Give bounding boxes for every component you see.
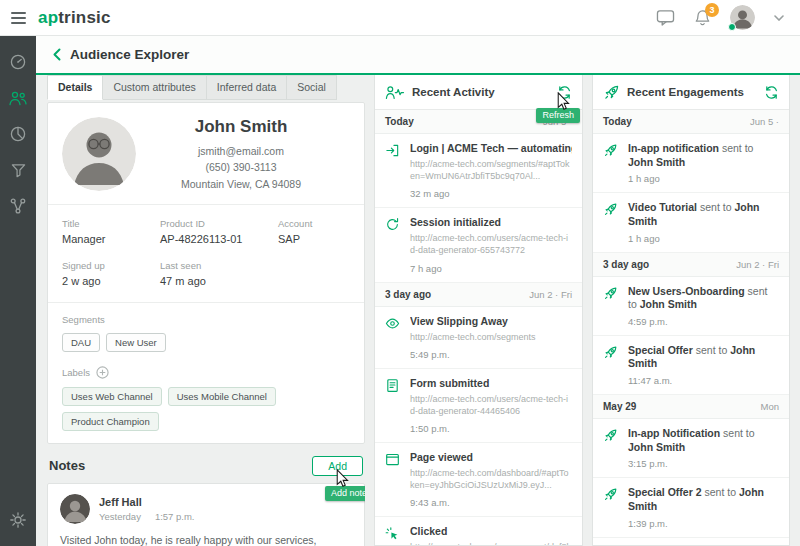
sent-to-label: sent to	[704, 486, 736, 498]
rocket-icon	[603, 486, 620, 528]
sidebar-item-flows-icon[interactable]	[0, 188, 36, 224]
notes-header: Notes Add Add note	[49, 456, 363, 476]
activity-time: 5:49 p.m.	[410, 349, 572, 360]
engagement-recipient: John Smith	[628, 441, 685, 453]
details-tabs: Details Custom attributes Inferred data …	[47, 75, 365, 100]
menu-icon[interactable]	[0, 0, 36, 36]
chat-icon[interactable]	[656, 9, 675, 26]
activity-url: http://acme-tech.com/users/acme-tech-id-…	[410, 393, 572, 417]
notifications-bell-icon[interactable]: 3	[694, 9, 711, 27]
note-timestamp: 1:57 p.m.	[155, 511, 195, 522]
profile-location: Mountain View, CA 94089	[136, 176, 346, 192]
segment-chip: DAU	[62, 333, 100, 352]
sent-to-label: sent to	[723, 427, 755, 439]
label-chip: Uses Web Channel	[62, 387, 162, 406]
engagement-time: 1 h ago	[628, 233, 779, 244]
rocket-icon	[603, 84, 620, 101]
click-icon	[385, 525, 402, 545]
activity-item: Clicked http://acme-tech.com/engagement/…	[375, 517, 582, 545]
sidebar-item-dashboard-icon[interactable]	[0, 44, 36, 80]
sidebar-item-settings-icon[interactable]	[0, 502, 36, 538]
chevron-down-icon[interactable]	[774, 15, 784, 21]
login-icon	[385, 142, 402, 199]
online-status-dot	[728, 23, 736, 31]
recent-engagements-header: Recent Engagements	[593, 75, 789, 110]
top-bar: aptrinsic 3	[0, 0, 800, 36]
tab-custom-attributes[interactable]: Custom attributes	[103, 75, 206, 100]
engagement-date-header: Today Jun 5 ·	[593, 110, 789, 134]
refresh-tooltip: Refresh	[536, 108, 580, 123]
recent-activity-panel: Recent Activity Refresh Today Jun 5 ·	[374, 75, 583, 546]
engagement-item: In-app notification sent to John Smith 1…	[593, 134, 789, 193]
rocket-icon	[603, 285, 620, 327]
engagement-time: 1:39 p.m.	[628, 518, 779, 529]
activity-time: 1:50 p.m.	[410, 423, 572, 434]
back-chevron-icon[interactable]	[53, 48, 61, 61]
notes-title: Notes	[49, 458, 85, 473]
sidebar-item-funnel-icon[interactable]	[0, 152, 36, 188]
details-panel: Details Custom attributes Inferred data …	[47, 75, 365, 546]
activity-feed: Today Jun 5 · Login | ACME Tech — automa…	[375, 110, 582, 545]
activity-item: Session initialized http://acme-tech.com…	[375, 208, 582, 282]
refresh-icon[interactable]	[764, 85, 779, 100]
engagement-item: Special Offer 2 sent to John Smith 1:39 …	[593, 478, 789, 537]
activity-url: http://acme-tech.com/dashboard/#aptToken…	[410, 467, 572, 491]
rocket-icon	[603, 142, 620, 184]
activity-time: 7 h ago	[410, 263, 572, 274]
recent-activity-title: Recent Activity	[412, 86, 557, 98]
engagements-feed: Today Jun 5 · In-app notification sent t…	[593, 110, 789, 545]
field-title: Title Manager	[62, 218, 154, 245]
logo-suffix: trinsic	[58, 8, 110, 27]
engagement-item: Special Offer sent to John Smith 11:47 a…	[593, 336, 789, 395]
engagement-title: Special Offer 2	[628, 486, 702, 498]
sidebar-item-audience-icon[interactable]	[0, 80, 36, 116]
rocket-icon	[603, 427, 620, 469]
sidebar-nav	[0, 36, 36, 546]
engagement-date-header: May 29 Mon	[593, 395, 789, 419]
segments-section: Segments DAU New User	[48, 303, 364, 364]
refresh-icon[interactable]	[557, 85, 572, 100]
segment-chip: New User	[106, 333, 166, 352]
content-area: Details Custom attributes Inferred data …	[36, 73, 800, 546]
recent-engagements-title: Recent Engagements	[627, 86, 764, 98]
add-label-plus-icon[interactable]	[96, 366, 109, 379]
activity-icon	[385, 85, 405, 100]
eye-icon	[385, 315, 402, 360]
field-signed-up: Signed up 2 w ago	[62, 260, 154, 287]
tab-details[interactable]: Details	[47, 75, 103, 100]
activity-title: Clicked	[410, 525, 572, 537]
user-avatar[interactable]	[730, 5, 755, 30]
engagement-time: 1 h ago	[628, 173, 779, 184]
tab-inferred-data[interactable]: Inferred data	[207, 75, 288, 100]
logo-prefix: ap	[38, 8, 58, 27]
tab-social[interactable]: Social	[287, 75, 337, 100]
engagement-time: 3:15 p.m.	[628, 458, 779, 469]
engagement-title: Special Offer	[628, 344, 693, 356]
label-chip: Uses Mobile Channel	[168, 387, 276, 406]
notification-badge: 3	[705, 3, 719, 17]
sidebar-item-analytics-icon[interactable]	[0, 116, 36, 152]
note-author: Jeff Hall	[99, 496, 195, 508]
labels-section: Labels Uses Web Channel Uses Mobile Chan…	[48, 364, 364, 443]
add-note-button[interactable]: Add	[312, 456, 363, 476]
profile-card: John Smith jsmith@email.com (650) 390-31…	[47, 102, 365, 444]
activity-title: Session initialized	[410, 216, 572, 228]
engagement-item: New Users-Onboarding sent to John Smith …	[593, 277, 789, 336]
sent-to-label: sent to	[700, 201, 732, 213]
activity-date-header: 3 day ago Jun 2 · Fri	[375, 283, 582, 307]
sent-to-label: sent to	[696, 344, 728, 356]
engagement-recipient: John Smith	[628, 156, 685, 168]
note-author-avatar	[60, 494, 90, 524]
activity-title: Form submitted	[410, 377, 572, 389]
engagement-title: Video Tutorial	[628, 201, 697, 213]
sent-to-label: sent to	[722, 142, 754, 154]
engagement-item: Special Offer 1 sent to John Smith 11:45…	[593, 538, 789, 545]
field-product-id: Product ID AP-48226113-01	[160, 218, 272, 245]
activity-time: 32 m ago	[410, 188, 572, 199]
app-window: aptrinsic 3	[0, 0, 800, 546]
engagement-time: 4:59 p.m.	[628, 316, 779, 327]
activity-url: http://acme-tech.com/segments	[410, 331, 572, 343]
activity-url: http://acme-tech.com/segments/#aptToken=…	[410, 158, 572, 182]
form-icon	[385, 377, 402, 434]
profile-email: jsmith@email.com	[136, 143, 346, 159]
